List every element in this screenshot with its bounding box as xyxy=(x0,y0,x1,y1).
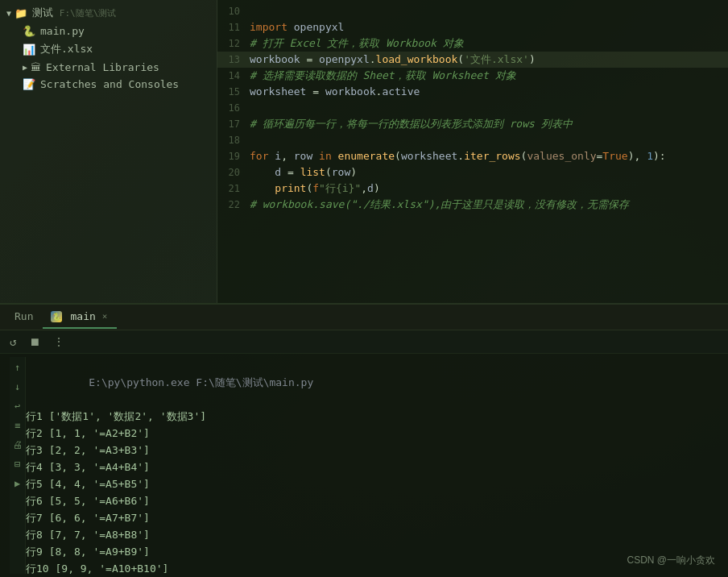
code-line-15: 15 worksheet = workbook.active xyxy=(217,84,728,100)
output-line-5: 行5 [4, 4, '=A5+B5'] xyxy=(26,475,718,492)
line-num-13: 13 xyxy=(217,52,250,68)
sidebar-folder-root[interactable]: ▼ 📁 测试 F:\随笔\测试 xyxy=(0,3,217,23)
command-line: E:\py\python.exe F:\随笔\测试\main.py xyxy=(26,357,718,408)
sidebar-item-scratches[interactable]: 📝 Scratches and Consoles xyxy=(0,76,217,93)
line-num-15: 15 xyxy=(217,84,250,100)
scratches-label: Scratches and Consoles xyxy=(40,78,179,90)
output-line-8: 行8 [7, 7, '=A8+B8'] xyxy=(26,526,718,543)
line-num-18: 18 xyxy=(217,132,250,148)
sidebar-item-xlsx[interactable]: 📊 文件.xlsx xyxy=(0,39,217,59)
line-content-15: worksheet = workbook.active xyxy=(250,84,728,100)
restart-button[interactable]: ↺ xyxy=(6,334,19,350)
line-content-19: for i, row in enumerate(worksheet.iter_r… xyxy=(250,148,728,164)
output-line-4: 行4 [3, 3, '=A4+B4'] xyxy=(26,459,718,475)
clear-button[interactable]: ≡ xyxy=(13,418,22,433)
code-line-20: 20 d = list(row) xyxy=(217,164,728,181)
command-text: E:\py\python.exe F:\随笔\测试\main.py xyxy=(89,376,313,388)
file-label-xlsx: 文件.xlsx xyxy=(40,42,93,56)
line-num-19: 19 xyxy=(217,148,250,164)
scroll-down-button[interactable]: ↓ xyxy=(13,380,22,394)
folder-path: F:\随笔\测试 xyxy=(60,8,117,19)
top-section: ▼ 📁 测试 F:\随笔\测试 🐍 main.py 📊 文件.xlsx ▶ � xyxy=(0,0,728,303)
output-line-3: 行3 [2, 2, '=A3+B3'] xyxy=(26,442,718,459)
stop-button[interactable]: ⏹ xyxy=(26,334,43,350)
tab-main-label: main xyxy=(70,310,95,322)
code-line-16: 16 xyxy=(217,100,728,116)
wrap-button[interactable]: ↩ xyxy=(13,399,22,413)
output-line-2: 行2 [1, 1, '=A2+B2'] xyxy=(26,425,718,442)
line-content-22: # workbook.save("./结果.xlsx"),由于这里只是读取，没有… xyxy=(250,197,728,213)
scroll-up-button[interactable]: ↑ xyxy=(13,360,22,375)
python-file-icon: 🐍 xyxy=(23,25,35,37)
line-content-20: d = list(row) xyxy=(250,164,728,181)
output-line-6: 行6 [5, 5, '=A6+B6'] xyxy=(26,492,718,509)
line-num-22: 22 xyxy=(217,197,250,213)
output-line-7: 行7 [6, 6, '=A7+B7'] xyxy=(26,509,718,526)
watermark: CSDN @一响小贪欢 xyxy=(627,554,715,567)
output-lines: E:\py\python.exe F:\随笔\测试\main.py 行1 ['数… xyxy=(26,357,718,574)
line-content-14: # 选择需要读取数据的 Sheet，获取 Worksheet 对象 xyxy=(250,68,728,84)
tab-run-label: Run xyxy=(14,310,33,322)
output-line-10: 行10 [9, 9, '=A10+B10'] xyxy=(26,560,718,577)
code-line-12: 12 # 打开 Excel 文件，获取 Workbook 对象 xyxy=(217,35,728,52)
code-line-14: 14 # 选择需要读取数据的 Sheet，获取 Worksheet 对象 xyxy=(217,68,728,84)
code-line-11: 11 import openpyxl xyxy=(217,19,728,35)
scratches-icon: 📝 xyxy=(23,78,35,90)
folder-icon: 📁 xyxy=(14,7,27,19)
output-line-9: 行9 [8, 8, '=A9+B9'] xyxy=(26,543,718,560)
run-toolbar: ↺ ⏹ ⋮ xyxy=(0,330,728,354)
run-panel: Run 🐍 main × ↺ ⏹ ⋮ ↑ ↓ ↩ ≡ 🖨 ⊟ ▶ xyxy=(0,303,728,577)
line-num-10: 10 xyxy=(217,3,250,19)
line-num-17: 17 xyxy=(217,116,250,132)
line-content-11: import openpyxl xyxy=(250,19,728,35)
run-tabs-bar: Run 🐍 main × xyxy=(0,305,728,330)
code-line-18: 18 xyxy=(217,132,728,148)
library-icon: 🏛 xyxy=(31,61,41,73)
sidebar-item-main-py[interactable]: 🐍 main.py xyxy=(0,23,217,39)
line-num-12: 12 xyxy=(217,35,250,52)
line-num-14: 14 xyxy=(217,68,250,84)
output-line-1: 行1 ['数据1', '数据2', '数据3'] xyxy=(26,408,718,425)
code-line-21: 21 print(f"行{i}",d) xyxy=(217,181,728,197)
line-num-11: 11 xyxy=(217,19,250,35)
line-content-12: # 打开 Excel 文件，获取 Workbook 对象 xyxy=(250,35,728,52)
code-line-17: 17 # 循环遍历每一行，将每一行的数据以列表形式添加到 rows 列表中 xyxy=(217,116,728,132)
filter-button[interactable]: ⊟ xyxy=(13,457,22,471)
line-num-21: 21 xyxy=(217,181,250,197)
line-content-21: print(f"行{i}",d) xyxy=(250,181,728,197)
line-num-20: 20 xyxy=(217,164,250,181)
sidebar-item-external-libraries[interactable]: ▶ 🏛 External Libraries xyxy=(0,59,217,76)
external-libraries-label: External Libraries xyxy=(46,61,159,73)
editor-content: 10 11 import openpyxl 12 # 打开 Excel 文件，获… xyxy=(217,0,728,303)
excel-file-icon: 📊 xyxy=(23,44,35,56)
sidebar: ▼ 📁 测试 F:\随笔\测试 🐍 main.py 📊 文件.xlsx ▶ � xyxy=(0,0,217,303)
python-tab-icon: 🐍 xyxy=(51,311,62,322)
tab-run[interactable]: Run xyxy=(6,305,43,329)
chevron-down-icon: ▼ xyxy=(6,9,11,18)
code-line-22: 22 # workbook.save("./结果.xlsx"),由于这里只是读取… xyxy=(217,197,728,213)
chevron-right-icon: ▶ xyxy=(23,63,27,72)
code-line-13: 13 workbook = openpyxl.load_workbook('文件… xyxy=(217,52,728,68)
main-container: ▼ 📁 测试 F:\随笔\测试 🐍 main.py 📊 文件.xlsx ▶ � xyxy=(0,0,728,577)
tab-close-button[interactable]: × xyxy=(102,311,108,322)
expand-button[interactable]: ▶ xyxy=(13,476,22,491)
print-button[interactable]: 🖨 xyxy=(11,438,24,452)
more-options-button[interactable]: ⋮ xyxy=(50,334,68,350)
tab-main[interactable]: 🐍 main × xyxy=(43,305,117,329)
code-line-19: 19 for i, row in enumerate(worksheet.ite… xyxy=(217,148,728,164)
file-label-main-py: main.py xyxy=(40,25,85,37)
line-num-16: 16 xyxy=(217,100,250,116)
line-content-13: workbook = openpyxl.load_workbook('文件.xl… xyxy=(250,52,728,68)
run-output: ↑ ↓ ↩ ≡ 🖨 ⊟ ▶ E:\py\python.exe F:\随笔\测试\… xyxy=(0,354,728,577)
left-run-toolbar: ↑ ↓ ↩ ≡ 🖨 ⊟ ▶ xyxy=(10,357,26,574)
code-line-10: 10 xyxy=(217,3,728,19)
editor: 10 11 import openpyxl 12 # 打开 Excel 文件，获… xyxy=(217,0,728,303)
folder-label: 测试 F:\随笔\测试 xyxy=(32,6,116,20)
line-content-17: # 循环遍历每一行，将每一行的数据以列表形式添加到 rows 列表中 xyxy=(250,116,728,132)
